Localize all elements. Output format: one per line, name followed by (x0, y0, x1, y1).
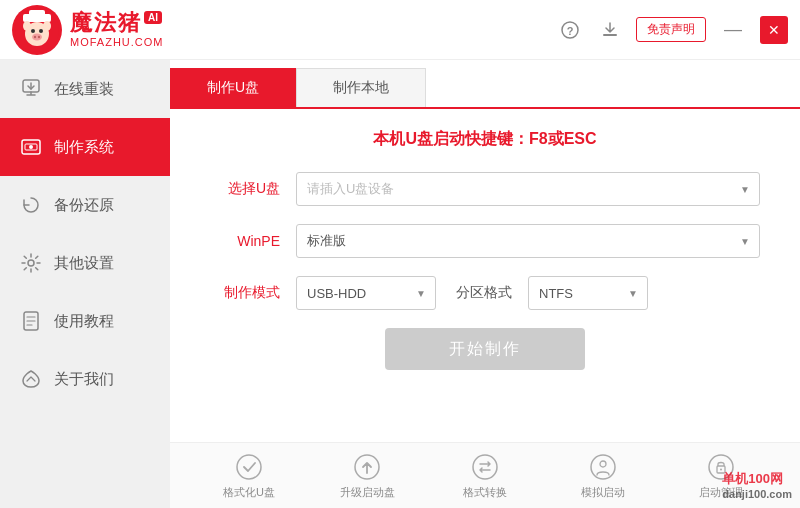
shortcut-key: F8或ESC (529, 130, 597, 147)
sidebar-label-tutorial: 使用教程 (54, 312, 114, 331)
toolbar-boot-manager[interactable]: 启动管理 (691, 453, 751, 500)
svg-rect-2 (29, 10, 45, 17)
tab-make-local[interactable]: 制作本地 (296, 68, 426, 107)
boot-manager-label: 启动管理 (699, 485, 743, 500)
help-button[interactable]: ? (556, 16, 584, 44)
sidebar-label-other-settings: 其他设置 (54, 254, 114, 273)
sidebar-label-backup-restore: 备份还原 (54, 196, 114, 215)
svg-point-18 (28, 260, 34, 266)
sidebar-label-online-reinstall: 在线重装 (54, 80, 114, 99)
upgrade-boot-label: 升级启动盘 (340, 485, 395, 500)
sidebar-label-about-us: 关于我们 (54, 370, 114, 389)
winpe-label: WinPE (210, 233, 280, 249)
partition-label: 分区格式 (456, 284, 512, 302)
content-area: 制作U盘 制作本地 本机U盘启动快捷键：F8或ESC 选择U盘 请插入U盘设备 … (170, 60, 800, 508)
title-bar: 魔法猪 AI MOFAZHU.COM ? 免责声明 — ✕ (0, 0, 800, 60)
usb-select-row: 选择U盘 请插入U盘设备 ▼ (210, 172, 760, 206)
svg-rect-13 (603, 34, 617, 36)
sidebar-item-online-reinstall[interactable]: 在线重装 (0, 60, 170, 118)
ai-badge: AI (144, 11, 162, 24)
boot-manager-icon (707, 453, 735, 481)
close-button[interactable]: ✕ (760, 16, 788, 44)
format-convert-label: 格式转换 (463, 485, 507, 500)
winpe-select[interactable]: 标准版 (296, 224, 760, 258)
usb-select[interactable]: 请插入U盘设备 (296, 172, 760, 206)
partition-select[interactable]: NTFS (528, 276, 648, 310)
format-convert-icon (471, 453, 499, 481)
logo-chinese: 魔法猪 (70, 11, 142, 35)
title-right: ? 免责声明 — ✕ (556, 16, 788, 44)
download-button[interactable] (596, 16, 624, 44)
mode-select[interactable]: USB-HDD (296, 276, 436, 310)
tab-make-usb[interactable]: 制作U盘 (170, 68, 296, 107)
svg-point-9 (23, 21, 31, 31)
svg-point-7 (34, 35, 36, 37)
sidebar: 在线重装 制作系统 备份还原 (0, 60, 170, 508)
svg-point-27 (720, 469, 722, 471)
shortcut-hint: 本机U盘启动快捷键：F8或ESC (210, 129, 760, 150)
svg-point-25 (709, 455, 733, 479)
about-us-icon (20, 368, 42, 390)
sidebar-item-about-us[interactable]: 关于我们 (0, 350, 170, 408)
shortcut-text: 本机U盘启动快捷键： (373, 130, 529, 147)
logo-area: 魔法猪 AI MOFAZHU.COM (12, 5, 164, 55)
bottom-toolbar: 格式化U盘 升级启动盘 (170, 442, 800, 508)
toolbar-format-usb[interactable]: 格式化U盘 (219, 453, 279, 500)
logo-pig-icon (12, 5, 62, 55)
usb-select-wrapper: 请插入U盘设备 ▼ (296, 172, 760, 206)
toolbar-simulate-boot[interactable]: 模拟启动 (573, 453, 633, 500)
sidebar-item-tutorial[interactable]: 使用教程 (0, 292, 170, 350)
upgrade-boot-icon (353, 453, 381, 481)
svg-point-5 (39, 29, 43, 33)
logo-text: 魔法猪 AI MOFAZHU.COM (70, 11, 164, 47)
start-button[interactable]: 开始制作 (385, 328, 585, 370)
minimize-button[interactable]: — (718, 19, 748, 40)
double-select-group: USB-HDD ▼ 分区格式 NTFS ▼ (296, 276, 760, 310)
main-layout: 在线重装 制作系统 备份还原 (0, 60, 800, 508)
format-usb-icon (235, 453, 263, 481)
backup-restore-icon (20, 194, 42, 216)
tutorial-icon (20, 310, 42, 332)
simulate-boot-label: 模拟启动 (581, 485, 625, 500)
sidebar-item-backup-restore[interactable]: 备份还原 (0, 176, 170, 234)
sidebar-item-make-system[interactable]: 制作系统 (0, 118, 170, 176)
simulate-boot-icon (589, 453, 617, 481)
mode-partition-row: 制作模式 USB-HDD ▼ 分区格式 NTFS ▼ (210, 276, 760, 310)
svg-point-20 (237, 455, 261, 479)
svg-point-22 (473, 455, 497, 479)
sidebar-label-make-system: 制作系统 (54, 138, 114, 157)
sidebar-item-other-settings[interactable]: 其他设置 (0, 234, 170, 292)
svg-point-8 (38, 35, 40, 37)
winpe-row: WinPE 标准版 ▼ (210, 224, 760, 258)
free-disclaimer-button[interactable]: 免责声明 (636, 17, 706, 42)
usb-label: 选择U盘 (210, 180, 280, 198)
svg-text:?: ? (567, 24, 574, 36)
form-area: 本机U盘启动快捷键：F8或ESC 选择U盘 请插入U盘设备 ▼ WinPE 标准… (170, 109, 800, 442)
winpe-select-wrapper: 标准版 ▼ (296, 224, 760, 258)
toolbar-upgrade-boot[interactable]: 升级启动盘 (337, 453, 397, 500)
online-reinstall-icon (20, 78, 42, 100)
svg-point-10 (43, 21, 51, 31)
format-usb-label: 格式化U盘 (223, 485, 275, 500)
mode-label: 制作模式 (210, 284, 280, 302)
toolbar-format-convert[interactable]: 格式转换 (455, 453, 515, 500)
svg-point-17 (29, 145, 33, 149)
make-system-icon (20, 136, 42, 158)
svg-point-4 (31, 29, 35, 33)
other-settings-icon (20, 252, 42, 274)
svg-point-6 (32, 33, 42, 40)
tabs-bar: 制作U盘 制作本地 (170, 60, 800, 109)
logo-english: MOFAZHU.COM (70, 36, 164, 48)
svg-point-24 (600, 461, 606, 467)
